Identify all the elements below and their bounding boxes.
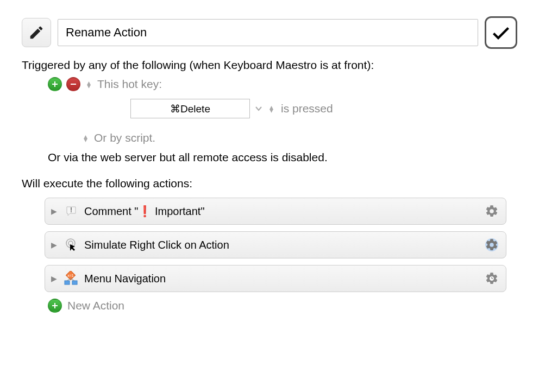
checkmark-icon	[490, 22, 512, 43]
hotkey-trigger-label: This hot key:	[97, 78, 162, 91]
minus-icon	[70, 81, 77, 87]
action-row-right-click[interactable]: ▶ Simulate Right Click on Action	[45, 231, 506, 258]
svg-rect-1	[52, 84, 58, 85]
gear-icon	[485, 238, 499, 252]
action-gear-button[interactable]	[484, 270, 500, 287]
plus-icon	[52, 81, 58, 87]
svg-rect-10	[65, 281, 70, 284]
action-label: Menu Navigation	[84, 273, 478, 285]
pencil-icon	[28, 24, 45, 41]
svg-text:!: !	[70, 206, 72, 214]
script-trigger-label: Or by script.	[94, 131, 155, 144]
hotkey-value: ⌘Delete	[170, 103, 210, 115]
new-action-button[interactable]	[48, 299, 62, 313]
action-label: Comment "❗ Important"	[84, 205, 478, 218]
add-trigger-button[interactable]	[48, 77, 62, 91]
action-gear-button[interactable]	[484, 203, 500, 219]
comment-icon: !	[64, 204, 79, 219]
gear-clock-icon	[485, 271, 499, 286]
disclosure-triangle[interactable]: ▶	[51, 274, 57, 283]
plus-icon	[52, 302, 58, 309]
disclosure-triangle[interactable]: ▶	[51, 241, 57, 249]
svg-rect-11	[72, 281, 77, 284]
chevron-down-icon	[255, 106, 262, 111]
hotkey-field[interactable]: ⌘Delete	[130, 99, 250, 118]
actions-header: Will execute the following actions:	[22, 177, 517, 190]
exclamation-icon: ❗	[138, 205, 152, 217]
disclosure-triangle[interactable]: ▶	[51, 207, 57, 216]
pressed-stepper[interactable]: ▴▾	[270, 105, 273, 112]
script-trigger-stepper[interactable]: ▴▾	[84, 135, 87, 141]
svg-rect-2	[71, 84, 76, 85]
action-label: Simulate Right Click on Action	[84, 239, 478, 251]
enabled-checkbox[interactable]	[485, 16, 517, 49]
macro-name-input[interactable]	[58, 19, 478, 46]
action-row-comment[interactable]: ▶ ! Comment "❗ Important"	[45, 198, 506, 225]
svg-text:x=1: x=1	[67, 274, 74, 277]
trigger-type-stepper[interactable]: ▴▾	[87, 81, 91, 87]
flowchart-icon: x=1	[64, 271, 79, 286]
edit-macro-icon-button[interactable]	[22, 18, 51, 47]
new-action-label: New Action	[67, 299, 124, 312]
action-row-menu-nav[interactable]: ▶ x=1 Menu Navigation	[45, 265, 506, 292]
gear-icon	[485, 204, 499, 218]
action-gear-button[interactable]	[484, 237, 500, 253]
pressed-label: is pressed	[281, 102, 333, 115]
svg-rect-19	[52, 305, 58, 306]
trigger-intro: Triggered by any of the following (when …	[22, 59, 517, 72]
click-icon	[64, 237, 79, 252]
hotkey-dropdown[interactable]	[255, 104, 262, 113]
remove-trigger-button[interactable]	[66, 77, 80, 91]
webserver-note: Or via the web server but all remote acc…	[48, 151, 517, 164]
